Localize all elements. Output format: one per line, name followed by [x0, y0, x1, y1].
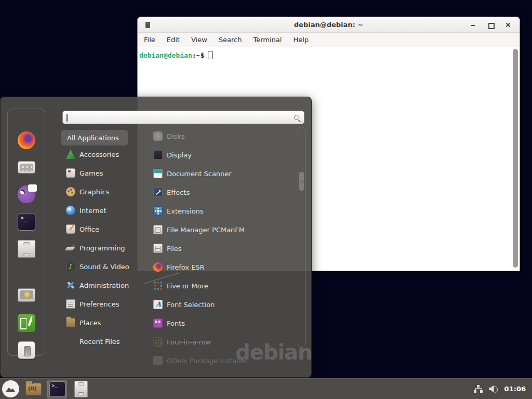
app-four-in-a-row[interactable]: Four-in-a-row	[138, 332, 298, 351]
gdebi-icon	[153, 356, 163, 365]
menu-view[interactable]: View	[191, 36, 207, 44]
app-document-scanner[interactable]: Document Scanner	[138, 164, 298, 183]
app-fonts[interactable]: Fonts	[138, 314, 298, 332]
terminal-icon[interactable]	[18, 213, 35, 231]
log-out-icon[interactable]	[18, 314, 35, 332]
launcher-file-manager[interactable]	[71, 380, 91, 398]
app-font-selection[interactable]: Font Selection	[138, 295, 298, 314]
app-display[interactable]: Display	[138, 145, 298, 164]
pidgin-icon[interactable]	[18, 185, 35, 203]
app-file-manager-pcmanfm[interactable]: File Manager PCManFM	[138, 220, 298, 239]
programming-icon	[66, 243, 75, 252]
category-all-applications[interactable]: All Applications	[61, 130, 128, 145]
app-extensions[interactable]: Extensions	[138, 202, 298, 220]
category-label: All Applications	[67, 134, 119, 142]
app-label: Effects	[167, 189, 190, 196]
app-label: Disks	[167, 132, 185, 140]
category-games[interactable]: Games	[61, 164, 139, 182]
category-preferences[interactable]: Preferences	[61, 295, 139, 313]
app-list-scrollbar-thumb[interactable]	[299, 171, 304, 191]
menu-search[interactable]: Search	[219, 36, 242, 44]
terminal-titlebar[interactable]: debian@debian: ~	[138, 17, 520, 33]
graphics-icon	[66, 187, 75, 196]
category-label: Graphics	[79, 188, 109, 196]
file-cabinet-icon	[153, 225, 163, 234]
clock[interactable]: 01:06	[504, 385, 526, 393]
file-cabinet-icon	[74, 381, 88, 397]
file-cabinet-icon	[153, 244, 163, 253]
minimize-icon[interactable]	[468, 20, 478, 30]
search-icon	[294, 114, 301, 122]
category-administration[interactable]: Administration	[61, 276, 139, 295]
terminal-scrollbar[interactable]	[512, 49, 518, 268]
maximize-icon[interactable]	[485, 20, 496, 30]
category-list: Accessories Games Graphics Internet Offi…	[61, 145, 139, 351]
firefox-icon	[153, 262, 163, 272]
menu-terminal[interactable]: Terminal	[253, 36, 282, 44]
volume-icon[interactable]	[489, 385, 498, 393]
effects-icon	[153, 188, 163, 197]
category-label: Places	[79, 319, 101, 327]
menu-edit[interactable]: Edit	[167, 36, 180, 44]
network-icon[interactable]	[474, 385, 483, 393]
launcher-debian-folder[interactable]	[23, 380, 43, 398]
category-label: Sound & Video	[79, 263, 129, 271]
category-label: Games	[79, 169, 103, 177]
app-five-or-more[interactable]: Five or More	[138, 276, 298, 295]
taskbar-window-terminal[interactable]	[47, 380, 67, 398]
disks-icon	[153, 131, 163, 141]
app-label: Files	[167, 245, 182, 252]
app-effects[interactable]: Effects	[138, 183, 298, 202]
category-label: Office	[79, 225, 99, 233]
games-icon	[66, 168, 75, 178]
category-label: Administration	[79, 282, 129, 289]
menu-button[interactable]	[2, 380, 19, 397]
category-office[interactable]: Office	[61, 220, 139, 238]
display-icon	[153, 150, 163, 159]
taskbar: 01:06	[0, 378, 532, 399]
keyboard-icon[interactable]	[18, 161, 35, 174]
menu-file[interactable]: File	[144, 36, 155, 44]
app-label: Font Selection	[167, 301, 215, 309]
app-label: Extensions	[167, 207, 204, 215]
app-label: Firefox ESR	[167, 263, 205, 271]
file-cabinet-icon[interactable]	[18, 240, 35, 258]
category-programming[interactable]: Programming	[61, 238, 139, 257]
category-label: Accessories	[79, 151, 119, 158]
category-recent-files[interactable]: Recent Files	[61, 332, 139, 351]
app-label: File Manager PCManFM	[167, 226, 245, 234]
app-label: Five or More	[167, 282, 208, 290]
terminal-window-icon	[145, 22, 150, 28]
app-files[interactable]: Files	[138, 239, 298, 258]
category-graphics[interactable]: Graphics	[61, 182, 139, 201]
menu-help[interactable]: Help	[293, 36, 309, 44]
category-sound-video[interactable]: Sound & Video	[61, 257, 139, 276]
firefox-icon[interactable]	[18, 131, 35, 149]
app-disks[interactable]: Disks	[138, 127, 298, 145]
terminal-menubar: File Edit View Search Terminal Help	[138, 33, 520, 47]
lock-screen-icon[interactable]	[18, 288, 35, 302]
category-accessories[interactable]: Accessories	[61, 145, 139, 164]
app-label: Document Scanner	[167, 170, 232, 178]
terminal-icon	[49, 381, 65, 397]
app-gdebi-package-installer[interactable]: GDebi Package Installer	[138, 351, 298, 370]
category-label: Programming	[79, 244, 125, 252]
places-folder-icon	[66, 318, 75, 327]
search-input[interactable]	[65, 112, 288, 123]
debian-folder-icon	[25, 383, 42, 395]
category-label: Recent Files	[79, 338, 120, 345]
document-scanner-icon	[153, 169, 163, 178]
terminal-scrollbar-thumb[interactable]	[513, 49, 518, 268]
app-list-scrollbar[interactable]	[298, 127, 305, 348]
preferences-icon	[66, 299, 75, 309]
category-internet[interactable]: Internet	[61, 201, 139, 220]
accessories-icon	[66, 150, 75, 159]
shutdown-icon[interactable]	[18, 341, 35, 359]
category-places[interactable]: Places	[61, 313, 139, 332]
office-icon	[66, 224, 75, 234]
no-icon	[66, 337, 75, 346]
category-label: Internet	[79, 207, 107, 215]
app-firefox-esr[interactable]: Firefox ESR	[138, 258, 298, 276]
close-icon[interactable]	[503, 20, 513, 30]
terminal-prompt: debian@debian :~$	[139, 51, 212, 59]
